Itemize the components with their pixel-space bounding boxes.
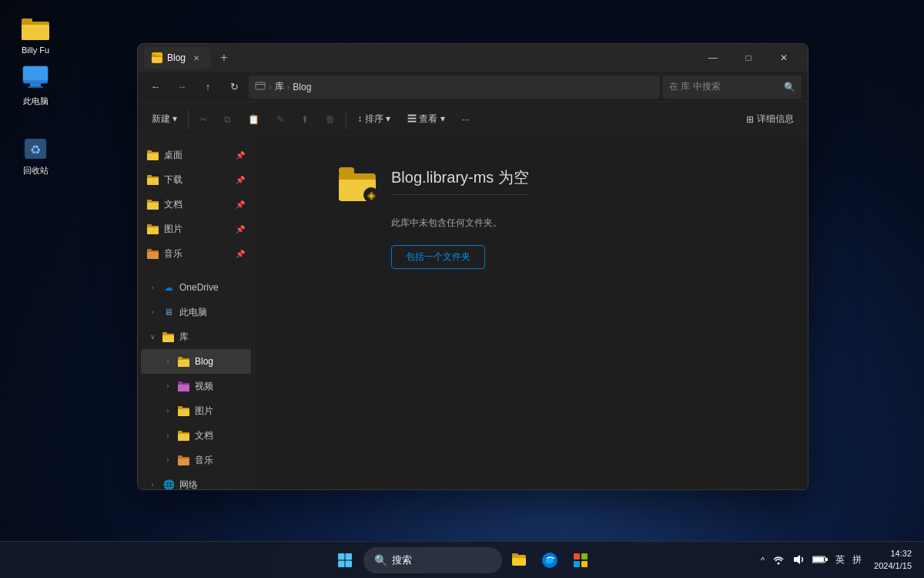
sidebar-item-downloads[interactable]: ↓ 下载 📌 (141, 167, 251, 192)
svg-rect-12 (256, 82, 265, 89)
include-folder-button[interactable]: 包括一个文件夹 (391, 245, 485, 269)
sidebar-label-documents: 文档 (164, 198, 182, 211)
pin-icon-pictures: 📌 (236, 225, 245, 234)
toolbar-sep-2 (346, 110, 346, 129)
video-icon (178, 380, 190, 392)
minimize-button[interactable]: — (695, 45, 731, 70)
sidebar-item-music[interactable]: 音乐 📌 (141, 241, 251, 266)
cut-button[interactable]: ✂ (192, 106, 215, 133)
expand-icon-onedrive: › (147, 282, 158, 293)
address-bar[interactable]: › 库 › Blog (249, 76, 660, 99)
clock-date: 2024/1/15 (874, 560, 912, 572)
address-segment-blog[interactable]: Blog (293, 82, 311, 92)
svg-rect-25 (147, 224, 152, 227)
sort-button[interactable]: ↕ 排序 ▾ (350, 106, 398, 133)
svg-text:↓: ↓ (152, 180, 155, 185)
battery-tray-icon[interactable] (809, 553, 831, 567)
search-placeholder: 在 库 中搜索 (669, 80, 721, 93)
sidebar-item-documents[interactable]: 文档 📌 (141, 192, 251, 217)
cut-icon: ✂ (199, 114, 207, 125)
battery-icon (812, 555, 828, 564)
desktop-icon-thispc[interactable]: 此电脑 (8, 59, 63, 109)
refresh-button[interactable]: ↻ (223, 76, 246, 99)
svg-rect-43 (178, 431, 182, 433)
sidebar-label-network: 网络 (179, 479, 198, 490)
new-tab-button[interactable]: + (213, 47, 235, 69)
svg-rect-22 (147, 200, 152, 202)
sidebar-label-library: 库 (179, 331, 189, 344)
svg-rect-4 (23, 66, 48, 80)
network-tray-icon[interactable] (769, 552, 788, 569)
forward-button[interactable]: → (170, 76, 193, 99)
svg-rect-49 (346, 553, 353, 560)
search-box[interactable]: 在 库 中搜索 🔍 (663, 76, 802, 99)
recycle-icon: ♻ (20, 131, 51, 162)
desktop-icon-billyfu[interactable]: Billy Fu (8, 8, 63, 59)
empty-library: Blog.library-ms 为空 此库中未包含任何文件夹。 包括一个文件夹 (339, 167, 724, 269)
wifi-icon (772, 553, 785, 566)
library-icon (162, 331, 175, 343)
library-folder-icon (339, 167, 379, 201)
start-button[interactable] (330, 545, 360, 576)
sidebar-item-thispc[interactable]: › 🖥 此电脑 (141, 300, 251, 324)
sidebar-item-pictures2[interactable]: › 图片 (141, 398, 251, 423)
sidebar-item-desktop[interactable]: 桌面 📌 (141, 143, 251, 167)
pin-icon-music: 📌 (236, 250, 245, 258)
taskbar-edge-icon[interactable] (536, 546, 564, 574)
svg-rect-51 (346, 560, 353, 567)
share-button[interactable]: ⬆ (293, 106, 316, 133)
lang1-indicator[interactable]: 英 (832, 552, 848, 568)
svg-rect-11 (152, 57, 162, 62)
sidebar-item-library[interactable]: ∨ 库 (141, 324, 251, 349)
taskbar-files-icon[interactable] (505, 546, 533, 574)
sidebar-item-onedrive[interactable]: › ☁ OneDrive (141, 275, 251, 300)
desktop-icon-label-billyfu: Billy Fu (22, 45, 49, 55)
svg-rect-28 (147, 249, 152, 251)
system-clock[interactable]: 14:32 2024/1/15 (868, 548, 918, 572)
back-button[interactable]: ← (144, 76, 167, 99)
sidebar-item-video[interactable]: › 视频 (141, 374, 251, 398)
show-hidden-icon[interactable]: ^ (758, 554, 768, 566)
address-segment-library[interactable]: 库 (275, 80, 284, 93)
close-button[interactable]: ✕ (766, 45, 802, 70)
expand-icon-video: › (162, 381, 173, 391)
sidebar-label-onedrive: OneDrive (179, 282, 219, 293)
tab-close-button[interactable]: ✕ (190, 52, 203, 64)
paste-button[interactable]: 📋 (240, 106, 267, 133)
maximize-button[interactable]: □ (731, 45, 766, 70)
address-separator-1: › (269, 82, 272, 92)
tab-label: Blog (167, 52, 186, 63)
delete-button[interactable]: 🗑 (318, 106, 343, 133)
sidebar-item-pictures[interactable]: 图片 📌 (141, 217, 251, 241)
more-button[interactable]: ··· (454, 106, 477, 133)
taskbar-store-icon[interactable] (567, 546, 594, 574)
share-icon: ⬆ (301, 114, 309, 125)
explorer-window: Blog ✕ + — □ ✕ ← → ↑ ↻ › 库 (137, 43, 808, 490)
lang2-indicator[interactable]: 拼 (849, 552, 865, 568)
svg-rect-26 (147, 227, 159, 234)
sidebar-label-blog: Blog (195, 356, 213, 367)
sidebar-item-network[interactable]: › 🌐 网络 (141, 472, 251, 489)
taskbar-search[interactable]: 🔍 搜索 (363, 547, 502, 573)
sidebar-item-documents2[interactable]: › 文档 (141, 423, 251, 448)
toolbar-sep-1 (188, 110, 189, 129)
rename-button[interactable]: ✎ (269, 106, 292, 133)
volume-tray-icon[interactable] (789, 552, 808, 569)
expand-icon-blog: › (162, 356, 173, 367)
sidebar-item-blog[interactable]: › Blog (141, 349, 251, 374)
svg-rect-37 (178, 381, 182, 384)
folder-badge (363, 187, 379, 203)
desktop-icon-recycle[interactable]: ♻ 回收站 (8, 128, 63, 179)
sidebar-item-music2[interactable]: › 音乐 (141, 448, 251, 472)
svg-rect-41 (178, 409, 189, 416)
detail-button[interactable]: ⊞ 详细信息 (738, 106, 802, 133)
up-button[interactable]: ↑ (196, 76, 219, 99)
view-button[interactable]: ☰ 查看 ▾ (400, 106, 453, 133)
svg-rect-13 (256, 84, 265, 85)
explorer-tab-blog[interactable]: Blog ✕ (144, 47, 210, 69)
svg-rect-5 (30, 83, 41, 86)
toolbar: 新建 ▾ ✂ ⧉ 📋 ✎ ⬆ 🗑 ↕ 排序 ▾ ☰ 查看 ▾ ··· (138, 102, 808, 136)
new-button[interactable]: 新建 ▾ (144, 106, 185, 133)
svg-rect-6 (28, 86, 43, 88)
copy-button[interactable]: ⧉ (216, 106, 239, 133)
